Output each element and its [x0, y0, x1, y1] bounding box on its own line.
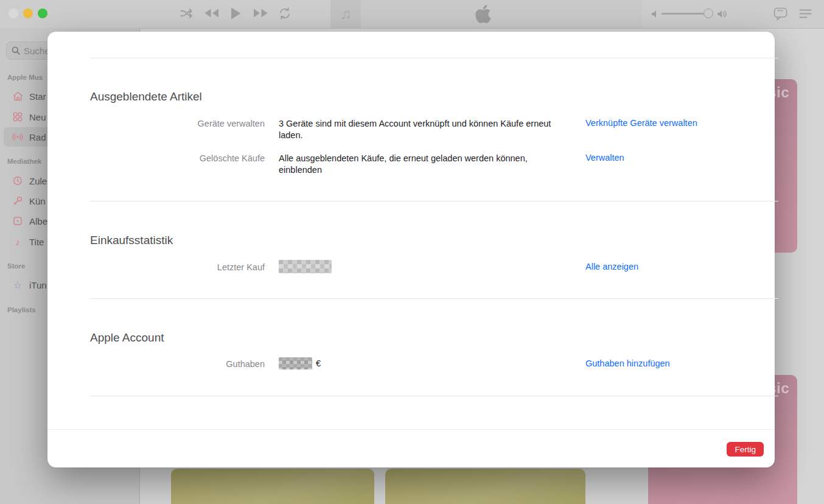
- speaker-low-icon: [651, 10, 658, 18]
- done-button[interactable]: Fertig: [727, 442, 764, 457]
- now-playing-lcd: ♫: [330, 0, 642, 28]
- row-label: Letzter Kauf: [90, 262, 265, 273]
- sidebar-item-label: Star: [29, 91, 46, 102]
- apple-logo-icon: [475, 5, 491, 23]
- account-settings-dialog: Ausgeblendete Artikel Geräte verwalten 3…: [47, 32, 775, 467]
- add-funds-link[interactable]: Guthaben hinzufügen: [585, 359, 670, 368]
- currency-suffix: €: [316, 359, 321, 368]
- speaker-high-icon: [717, 9, 728, 19]
- radio-icon: [12, 131, 23, 142]
- zoom-window-button[interactable]: [38, 9, 47, 18]
- redacted-last-purchase-value: [279, 260, 332, 273]
- section-heading-apple-account: Apple Account: [90, 331, 164, 345]
- svg-text:””: ””: [777, 9, 783, 16]
- sidebar-item-label: Kün: [29, 196, 46, 206]
- divider: [90, 298, 778, 299]
- next-icon[interactable]: [253, 8, 269, 18]
- search-icon: [12, 46, 20, 55]
- sidebar-section-apple-music: Apple Mus: [7, 74, 43, 81]
- album-icon: [12, 215, 23, 226]
- manage-hidden-purchases-link[interactable]: Verwalten: [585, 153, 624, 163]
- play-icon[interactable]: [230, 7, 242, 20]
- star-icon: ☆: [12, 279, 23, 290]
- search-placeholder: Suche: [24, 46, 50, 56]
- grid-icon: [12, 111, 23, 122]
- row-text: 3 Geräte sind mit diesem Account verknüp…: [279, 118, 560, 141]
- microphone-icon: [12, 195, 23, 206]
- lyrics-icon[interactable]: ””: [773, 7, 787, 21]
- music-note-icon: ♫: [330, 0, 361, 28]
- footer-separator: [47, 429, 775, 430]
- row-label: Geräte verwalten: [90, 118, 265, 130]
- sidebar-section-store: Store: [7, 262, 25, 270]
- toolbar: ♫ ””: [0, 0, 824, 29]
- section-heading-purchase-history: Einkaufsstatistik: [90, 234, 173, 247]
- volume-slider-knob[interactable]: [704, 9, 713, 18]
- home-icon: [12, 91, 23, 102]
- row-text: Alle ausgeblendeten Käufe, die erneut ge…: [279, 153, 560, 176]
- sidebar-item-label: Zule: [29, 176, 47, 186]
- music-note-icon: ♪: [12, 236, 23, 247]
- sidebar-section-mediathek: Mediathek: [7, 158, 41, 165]
- repeat-icon[interactable]: [278, 7, 292, 19]
- show-all-purchases-link[interactable]: Alle anzeigen: [585, 262, 638, 271]
- sidebar-item-label: iTun: [29, 280, 47, 290]
- shuffle-icon[interactable]: [180, 8, 194, 19]
- close-window-button[interactable]: [9, 9, 18, 18]
- minimize-window-button[interactable]: [23, 9, 33, 18]
- clock-icon: [12, 175, 23, 186]
- sidebar-item-label: Albe: [29, 216, 47, 226]
- redacted-balance-value: [279, 357, 312, 369]
- divider: [90, 396, 778, 396]
- featured-tile-bottom-left[interactable]: [171, 469, 374, 504]
- sidebar-item-label: Rad: [29, 132, 46, 142]
- row-label: Guthaben: [90, 359, 265, 370]
- sidebar-item-label: Neu: [29, 112, 46, 122]
- sidebar-item-label: Tite: [29, 237, 44, 247]
- featured-tile-bottom-middle[interactable]: [385, 469, 585, 504]
- manage-linked-devices-link[interactable]: Verknüpfte Geräte verwalten: [585, 118, 697, 128]
- row-label: Gelöschte Käufe: [90, 153, 265, 164]
- music-app-window: ♫ ””: [0, 0, 824, 504]
- section-heading-hidden-items: Ausgeblendete Artikel: [90, 90, 202, 103]
- sidebar-section-playlists: Playlists: [7, 306, 36, 313]
- up-next-icon[interactable]: [799, 9, 812, 19]
- divider: [90, 58, 778, 58]
- divider: [90, 201, 778, 201]
- previous-icon[interactable]: [203, 8, 220, 18]
